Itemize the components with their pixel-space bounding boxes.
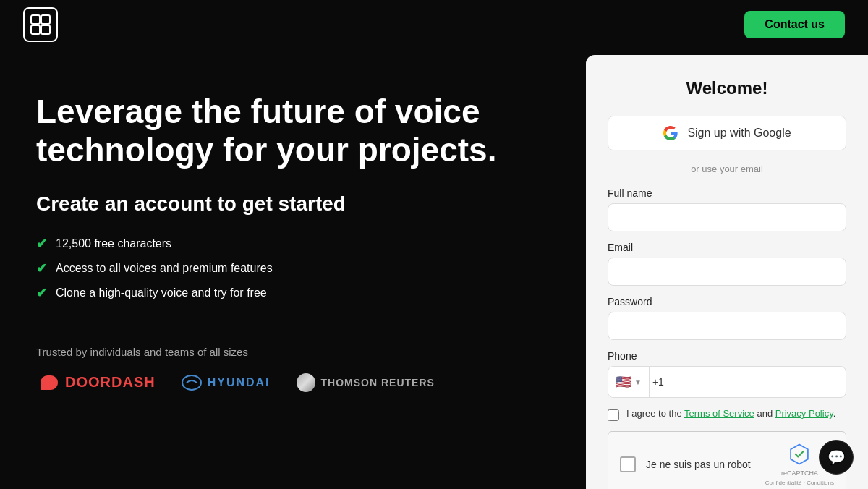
recaptcha-brand: reCAPTCHA: [781, 469, 818, 477]
flag-emoji: 🇺🇸: [616, 374, 631, 390]
phone-input[interactable]: [667, 367, 846, 397]
hyundai-logo: HYUNDAI: [182, 375, 271, 391]
phone-country-code: +1: [650, 367, 667, 397]
chat-icon: 💬: [827, 448, 846, 466]
divider-line-right: [770, 169, 846, 169]
trusted-section: Trusted by individuals and teams of all …: [36, 346, 550, 393]
full-name-group: Full name: [608, 187, 846, 231]
check-icon: ✔: [36, 236, 47, 252]
svg-rect-3: [41, 25, 50, 34]
feature-text: Clone a high-quality voice and try for f…: [56, 286, 267, 299]
google-icon: [663, 125, 678, 141]
hero-title: Leverage the future of voice technology …: [36, 93, 550, 169]
tos-label: I agree to the Terms of Service and Priv…: [626, 408, 835, 419]
header: Contact us: [0, 0, 868, 49]
tos-checkbox[interactable]: [608, 409, 619, 421]
recaptcha-links: Confidentialité · Conditions: [765, 480, 834, 486]
recaptcha-logo-icon: [787, 442, 812, 467]
full-name-label: Full name: [608, 187, 846, 199]
form-title: Welcome!: [608, 78, 846, 98]
divider: or use your email: [608, 163, 846, 174]
divider-line-left: [608, 169, 684, 169]
email-label: Email: [608, 242, 846, 253]
svg-point-4: [41, 384, 46, 390]
chat-bubble-button[interactable]: 💬: [819, 440, 854, 475]
phone-group: Phone 🇺🇸 ▼ +1: [608, 350, 846, 398]
left-panel: Leverage the future of voice technology …: [0, 49, 586, 489]
trusted-text: Trusted by individuals and teams of all …: [36, 346, 550, 358]
phone-row: 🇺🇸 ▼ +1: [608, 366, 846, 398]
recaptcha-box[interactable]: Je ne suis pas un robot reCAPTCHA Confid…: [608, 431, 846, 489]
doordash-text: DOORDASH: [65, 374, 156, 391]
list-item: ✔ 12,500 free characters: [36, 236, 550, 252]
password-group: Password: [608, 296, 846, 340]
feature-text: 12,500 free characters: [56, 237, 171, 250]
tos-checkbox-row: I agree to the Terms of Service and Priv…: [608, 408, 846, 421]
phone-label: Phone: [608, 350, 846, 362]
tos-link[interactable]: Terms of Service: [684, 408, 754, 419]
svg-rect-0: [31, 15, 40, 24]
check-icon: ✔: [36, 285, 47, 301]
recaptcha-text: Je ne suis pas un robot: [646, 459, 751, 470]
features-list: ✔ 12,500 free characters ✔ Access to all…: [36, 236, 550, 310]
full-name-input[interactable]: [608, 203, 846, 231]
doordash-logo: DOORDASH: [36, 373, 156, 393]
tos-prefix: I agree to the: [626, 408, 684, 419]
chevron-down-icon: ▼: [634, 378, 642, 386]
logo-icon: [23, 7, 58, 42]
check-icon: ✔: [36, 260, 47, 276]
main-layout: Leverage the future of voice technology …: [0, 49, 868, 489]
thomson-icon: [297, 373, 315, 392]
email-input[interactable]: [608, 258, 846, 286]
divider-text: or use your email: [691, 163, 763, 174]
phone-country-selector[interactable]: 🇺🇸 ▼: [608, 367, 650, 397]
svg-point-5: [182, 375, 201, 390]
tos-period: .: [833, 408, 836, 419]
logo-container: [23, 7, 58, 42]
thomson-reuters-logo: THOMSON REUTERS: [297, 373, 435, 392]
logos-row: DOORDASH HYUNDAI THOMSON REUTERS: [36, 373, 550, 393]
password-input[interactable]: [608, 312, 846, 340]
svg-rect-2: [31, 25, 40, 34]
subtitle: Create an account to get started: [36, 192, 550, 216]
hyundai-text: HYUNDAI: [208, 376, 271, 389]
google-signup-button[interactable]: Sign up with Google: [608, 116, 846, 150]
privacy-link[interactable]: Privacy Policy: [775, 408, 833, 419]
tos-and: and: [754, 408, 775, 419]
recaptcha-checkbox[interactable]: [620, 456, 636, 472]
google-button-label: Sign up with Google: [687, 127, 791, 140]
recaptcha-left: Je ne suis pas un robot: [620, 456, 751, 472]
password-label: Password: [608, 296, 846, 307]
email-group: Email: [608, 242, 846, 286]
feature-text: Access to all voices and premium feature…: [56, 262, 273, 275]
contact-button[interactable]: Contact us: [744, 11, 845, 38]
signup-form-panel: Welcome! Sign up with Google or use your…: [586, 55, 868, 489]
thomson-text: THOMSON REUTERS: [321, 377, 435, 388]
list-item: ✔ Access to all voices and premium featu…: [36, 260, 550, 276]
list-item: ✔ Clone a high-quality voice and try for…: [36, 285, 550, 301]
svg-rect-1: [41, 15, 50, 24]
